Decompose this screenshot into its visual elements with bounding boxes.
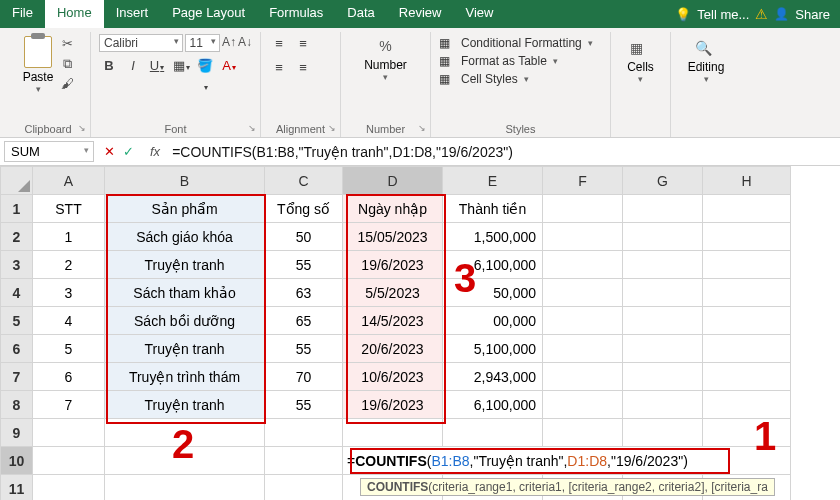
cell[interactable]: 55: [265, 335, 343, 363]
cell[interactable]: 50: [265, 223, 343, 251]
col-header-C[interactable]: C: [265, 167, 343, 195]
cell[interactable]: 4: [33, 307, 105, 335]
cell[interactable]: 63: [265, 279, 343, 307]
editing-button[interactable]: 🔍 Editing ▾: [679, 34, 733, 84]
col-header-E[interactable]: E: [443, 167, 543, 195]
cell[interactable]: 20/6/2023: [343, 335, 443, 363]
tab-page-layout[interactable]: Page Layout: [160, 0, 257, 28]
cell[interactable]: 5/5/2023: [343, 279, 443, 307]
fx-icon[interactable]: fx: [144, 144, 166, 159]
col-header-B[interactable]: B: [105, 167, 265, 195]
cell[interactable]: Sách bồi dưỡng: [105, 307, 265, 335]
share-button[interactable]: Share: [795, 7, 830, 22]
cell[interactable]: 19/6/2023: [343, 251, 443, 279]
cell[interactable]: 70: [265, 363, 343, 391]
cell[interactable]: 00,000: [443, 307, 543, 335]
cell[interactable]: 5,100,000: [443, 335, 543, 363]
tab-formulas[interactable]: Formulas: [257, 0, 335, 28]
cell[interactable]: Sách giáo khóa: [105, 223, 265, 251]
row-header[interactable]: 7: [1, 363, 33, 391]
cell[interactable]: Truyện trình thám: [105, 363, 265, 391]
tellme-text[interactable]: Tell me...: [697, 7, 749, 22]
cell[interactable]: 7: [33, 391, 105, 419]
cell[interactable]: 6,100,000: [443, 391, 543, 419]
alignment-launcher-icon[interactable]: ↘: [326, 123, 338, 135]
row-header-1[interactable]: 1: [1, 195, 33, 223]
cell[interactable]: Sản phẩm: [105, 195, 265, 223]
cell[interactable]: Tổng số: [265, 195, 343, 223]
warning-icon[interactable]: ⚠: [755, 6, 768, 22]
row-header[interactable]: 2: [1, 223, 33, 251]
align-left-icon[interactable]: ≡: [269, 58, 289, 78]
cell[interactable]: 10/6/2023: [343, 363, 443, 391]
italic-button[interactable]: I: [123, 56, 143, 76]
cell[interactable]: Sách tham khảo: [105, 279, 265, 307]
tab-home[interactable]: Home: [45, 0, 104, 28]
row-header[interactable]: 6: [1, 335, 33, 363]
border-button[interactable]: ▦▾: [171, 56, 191, 76]
paste-button[interactable]: Paste ▾: [14, 34, 62, 96]
row-header[interactable]: 11: [1, 475, 33, 501]
cell[interactable]: STT: [33, 195, 105, 223]
row-header[interactable]: 3: [1, 251, 33, 279]
align-center-icon[interactable]: ≡: [293, 58, 313, 78]
cell[interactable]: 6: [33, 363, 105, 391]
row-header[interactable]: 4: [1, 279, 33, 307]
tab-insert[interactable]: Insert: [104, 0, 161, 28]
worksheet-grid[interactable]: A B C D E F G H 1 STT Sản phẩm Tổng số N…: [0, 166, 791, 500]
row-header[interactable]: 9: [1, 419, 33, 447]
format-as-table-button[interactable]: ▦Format as Table▾: [439, 54, 602, 68]
align-middle-icon[interactable]: ≡: [293, 34, 313, 54]
select-all-corner[interactable]: [1, 167, 33, 195]
fill-color-button[interactable]: 🪣▾: [195, 56, 215, 76]
cell[interactable]: 55: [265, 251, 343, 279]
cell[interactable]: 14/5/2023: [343, 307, 443, 335]
cell[interactable]: 65: [265, 307, 343, 335]
tab-data[interactable]: Data: [335, 0, 386, 28]
col-header-H[interactable]: H: [703, 167, 791, 195]
font-launcher-icon[interactable]: ↘: [246, 123, 258, 135]
name-box[interactable]: SUM: [4, 141, 94, 162]
underline-button[interactable]: U▾: [147, 56, 167, 76]
cell[interactable]: Thành tiền: [443, 195, 543, 223]
cell[interactable]: 15/05/2023: [343, 223, 443, 251]
number-launcher-icon[interactable]: ↘: [416, 123, 428, 135]
cancel-formula-icon[interactable]: ✕: [104, 144, 115, 159]
cells-button[interactable]: ▦ Cells ▾: [619, 34, 662, 84]
cell[interactable]: 2: [33, 251, 105, 279]
cell[interactable]: 3: [33, 279, 105, 307]
conditional-formatting-button[interactable]: ▦Conditional Formatting▾: [439, 36, 602, 50]
font-color-button[interactable]: A▾: [219, 56, 239, 76]
col-header-A[interactable]: A: [33, 167, 105, 195]
clipboard-launcher-icon[interactable]: ↘: [76, 123, 88, 135]
copy-icon[interactable]: ⧉: [58, 56, 76, 72]
col-header-F[interactable]: F: [543, 167, 623, 195]
format-painter-icon[interactable]: 🖌: [58, 76, 76, 92]
cell[interactable]: Truyện tranh: [105, 251, 265, 279]
cell[interactable]: 6,100,000: [443, 251, 543, 279]
grow-font-icon[interactable]: A↑: [222, 35, 236, 51]
font-size-combo[interactable]: 11: [185, 34, 220, 52]
cell[interactable]: 1,500,000: [443, 223, 543, 251]
row-header[interactable]: 10: [1, 447, 33, 475]
tab-file[interactable]: File: [0, 0, 45, 28]
shrink-font-icon[interactable]: A↓: [238, 35, 252, 51]
formula-bar-input[interactable]: =COUNTIFS(B1:B8,"Truyện tranh",D1:D8,"19…: [166, 142, 840, 162]
accept-formula-icon[interactable]: ✓: [123, 144, 134, 159]
col-header-D[interactable]: D: [343, 167, 443, 195]
cell-styles-button[interactable]: ▦Cell Styles▾: [439, 72, 602, 86]
cell[interactable]: 19/6/2023: [343, 391, 443, 419]
cell[interactable]: Truyện tranh: [105, 391, 265, 419]
active-cell-formula[interactable]: =COUNTIFS(B1:B8,"Truyện tranh",D1:D8,"19…: [343, 447, 791, 475]
cell[interactable]: 1: [33, 223, 105, 251]
align-top-icon[interactable]: ≡: [269, 34, 289, 54]
cell[interactable]: 50,000: [443, 279, 543, 307]
row-header[interactable]: 8: [1, 391, 33, 419]
tab-review[interactable]: Review: [387, 0, 454, 28]
row-header[interactable]: 5: [1, 307, 33, 335]
col-header-G[interactable]: G: [623, 167, 703, 195]
cell[interactable]: 55: [265, 391, 343, 419]
cell[interactable]: Ngày nhập: [343, 195, 443, 223]
tab-view[interactable]: View: [453, 0, 505, 28]
bold-button[interactable]: B: [99, 56, 119, 76]
